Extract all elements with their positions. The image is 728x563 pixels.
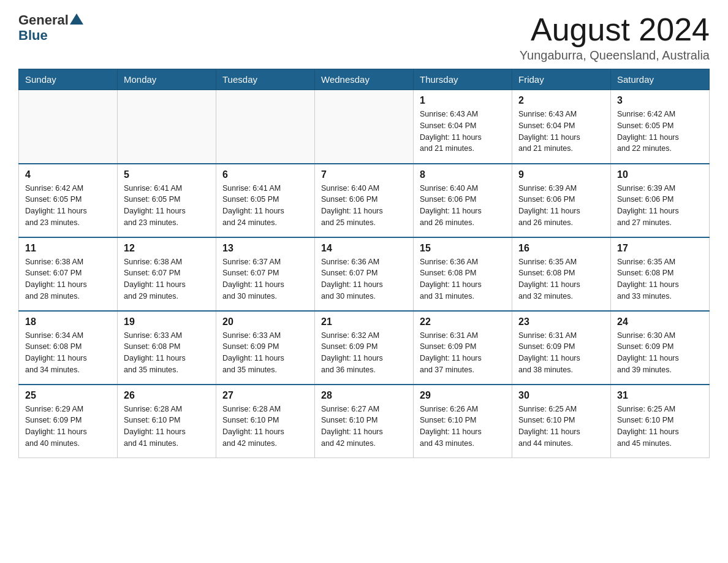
day-info: Sunrise: 6:27 AMSunset: 6:10 PMDaylight:… bbox=[321, 404, 407, 450]
day-info: Sunrise: 6:25 AMSunset: 6:10 PMDaylight:… bbox=[518, 404, 604, 450]
week-row-1: 1Sunrise: 6:43 AMSunset: 6:04 PMDaylight… bbox=[19, 90, 710, 164]
day-number: 8 bbox=[420, 169, 506, 180]
calendar-cell: 1Sunrise: 6:43 AMSunset: 6:04 PMDaylight… bbox=[414, 90, 512, 164]
day-number: 25 bbox=[25, 390, 111, 401]
day-info: Sunrise: 6:32 AMSunset: 6:09 PMDaylight:… bbox=[321, 330, 407, 376]
day-info: Sunrise: 6:31 AMSunset: 6:09 PMDaylight:… bbox=[518, 330, 604, 376]
day-info: Sunrise: 6:43 AMSunset: 6:04 PMDaylight:… bbox=[420, 109, 506, 155]
day-info: Sunrise: 6:29 AMSunset: 6:09 PMDaylight:… bbox=[25, 404, 111, 450]
day-number: 28 bbox=[321, 390, 407, 401]
calendar-cell: 30Sunrise: 6:25 AMSunset: 6:10 PMDayligh… bbox=[512, 385, 611, 458]
day-number: 22 bbox=[420, 316, 506, 327]
calendar-cell: 17Sunrise: 6:35 AMSunset: 6:08 PMDayligh… bbox=[611, 237, 710, 311]
day-number: 11 bbox=[25, 243, 111, 254]
calendar-cell: 25Sunrise: 6:29 AMSunset: 6:09 PMDayligh… bbox=[19, 385, 118, 458]
calendar-cell: 6Sunrise: 6:41 AMSunset: 6:05 PMDaylight… bbox=[216, 164, 315, 237]
day-info: Sunrise: 6:35 AMSunset: 6:08 PMDaylight:… bbox=[617, 256, 703, 302]
day-number: 30 bbox=[518, 390, 604, 401]
calendar-cell: 19Sunrise: 6:33 AMSunset: 6:08 PMDayligh… bbox=[118, 311, 216, 385]
calendar-cell: 3Sunrise: 6:42 AMSunset: 6:05 PMDaylight… bbox=[611, 90, 710, 164]
day-info: Sunrise: 6:36 AMSunset: 6:08 PMDaylight:… bbox=[420, 256, 506, 302]
logo-triangle-icon bbox=[70, 12, 83, 26]
day-info: Sunrise: 6:42 AMSunset: 6:05 PMDaylight:… bbox=[25, 183, 111, 229]
day-number: 27 bbox=[222, 390, 308, 401]
weekday-header-tuesday: Tuesday bbox=[216, 69, 315, 90]
day-info: Sunrise: 6:43 AMSunset: 6:04 PMDaylight:… bbox=[518, 109, 604, 155]
day-info: Sunrise: 6:38 AMSunset: 6:07 PMDaylight:… bbox=[124, 256, 210, 302]
calendar-cell: 9Sunrise: 6:39 AMSunset: 6:06 PMDaylight… bbox=[512, 164, 611, 237]
week-row-2: 4Sunrise: 6:42 AMSunset: 6:05 PMDaylight… bbox=[19, 164, 710, 237]
day-info: Sunrise: 6:28 AMSunset: 6:10 PMDaylight:… bbox=[222, 404, 308, 450]
day-number: 20 bbox=[222, 316, 308, 327]
day-number: 19 bbox=[124, 316, 210, 327]
day-info: Sunrise: 6:41 AMSunset: 6:05 PMDaylight:… bbox=[222, 183, 308, 229]
logo-general-text: General bbox=[18, 13, 69, 28]
calendar-cell: 16Sunrise: 6:35 AMSunset: 6:08 PMDayligh… bbox=[512, 237, 611, 311]
calendar-cell: 12Sunrise: 6:38 AMSunset: 6:07 PMDayligh… bbox=[118, 237, 216, 311]
day-number: 17 bbox=[617, 243, 703, 254]
day-number: 5 bbox=[124, 169, 210, 180]
day-info: Sunrise: 6:33 AMSunset: 6:09 PMDaylight:… bbox=[222, 330, 308, 376]
calendar-cell: 8Sunrise: 6:40 AMSunset: 6:06 PMDaylight… bbox=[414, 164, 512, 237]
day-info: Sunrise: 6:39 AMSunset: 6:06 PMDaylight:… bbox=[617, 183, 703, 229]
svg-marker-0 bbox=[70, 13, 83, 25]
day-info: Sunrise: 6:40 AMSunset: 6:06 PMDaylight:… bbox=[420, 183, 506, 229]
day-info: Sunrise: 6:39 AMSunset: 6:06 PMDaylight:… bbox=[518, 183, 604, 229]
day-number: 4 bbox=[25, 169, 111, 180]
day-info: Sunrise: 6:35 AMSunset: 6:08 PMDaylight:… bbox=[518, 256, 604, 302]
calendar-cell: 13Sunrise: 6:37 AMSunset: 6:07 PMDayligh… bbox=[216, 237, 315, 311]
logo-blue-text: Blue bbox=[18, 28, 48, 43]
calendar-cell: 7Sunrise: 6:40 AMSunset: 6:06 PMDaylight… bbox=[315, 164, 414, 237]
calendar-cell: 4Sunrise: 6:42 AMSunset: 6:05 PMDaylight… bbox=[19, 164, 118, 237]
weekday-header-sunday: Sunday bbox=[19, 69, 118, 90]
week-row-3: 11Sunrise: 6:38 AMSunset: 6:07 PMDayligh… bbox=[19, 237, 710, 311]
calendar-cell: 15Sunrise: 6:36 AMSunset: 6:08 PMDayligh… bbox=[414, 237, 512, 311]
calendar-title: August 2024 bbox=[520, 12, 710, 47]
weekday-header-friday: Friday bbox=[512, 69, 611, 90]
day-number: 15 bbox=[420, 243, 506, 254]
day-number: 21 bbox=[321, 316, 407, 327]
day-info: Sunrise: 6:26 AMSunset: 6:10 PMDaylight:… bbox=[420, 404, 506, 450]
day-number: 26 bbox=[124, 390, 210, 401]
calendar-cell: 14Sunrise: 6:36 AMSunset: 6:07 PMDayligh… bbox=[315, 237, 414, 311]
day-info: Sunrise: 6:37 AMSunset: 6:07 PMDaylight:… bbox=[222, 256, 308, 302]
calendar-cell: 28Sunrise: 6:27 AMSunset: 6:10 PMDayligh… bbox=[315, 385, 414, 458]
day-info: Sunrise: 6:25 AMSunset: 6:10 PMDaylight:… bbox=[617, 404, 703, 450]
title-block: August 2024 Yungaburra, Queensland, Aust… bbox=[520, 12, 710, 63]
calendar-cell: 31Sunrise: 6:25 AMSunset: 6:10 PMDayligh… bbox=[611, 385, 710, 458]
page-header: General Blue August 2024 Yungaburra, Que… bbox=[18, 12, 710, 63]
logo: General Blue bbox=[18, 12, 83, 43]
weekday-header-monday: Monday bbox=[118, 69, 216, 90]
calendar-cell: 20Sunrise: 6:33 AMSunset: 6:09 PMDayligh… bbox=[216, 311, 315, 385]
day-number: 13 bbox=[222, 243, 308, 254]
calendar-cell: 5Sunrise: 6:41 AMSunset: 6:05 PMDaylight… bbox=[118, 164, 216, 237]
weekday-header-wednesday: Wednesday bbox=[315, 69, 414, 90]
week-row-5: 25Sunrise: 6:29 AMSunset: 6:09 PMDayligh… bbox=[19, 385, 710, 458]
day-number: 2 bbox=[518, 95, 604, 106]
calendar-cell bbox=[216, 90, 315, 164]
day-number: 10 bbox=[617, 169, 703, 180]
day-info: Sunrise: 6:38 AMSunset: 6:07 PMDaylight:… bbox=[25, 256, 111, 302]
day-info: Sunrise: 6:30 AMSunset: 6:09 PMDaylight:… bbox=[617, 330, 703, 376]
day-number: 23 bbox=[518, 316, 604, 327]
day-number: 7 bbox=[321, 169, 407, 180]
day-number: 29 bbox=[420, 390, 506, 401]
calendar-cell: 27Sunrise: 6:28 AMSunset: 6:10 PMDayligh… bbox=[216, 385, 315, 458]
calendar-location: Yungaburra, Queensland, Australia bbox=[520, 48, 710, 63]
day-number: 3 bbox=[617, 95, 703, 106]
day-number: 18 bbox=[25, 316, 111, 327]
day-number: 12 bbox=[124, 243, 210, 254]
calendar-cell: 10Sunrise: 6:39 AMSunset: 6:06 PMDayligh… bbox=[611, 164, 710, 237]
day-number: 14 bbox=[321, 243, 407, 254]
calendar-cell: 23Sunrise: 6:31 AMSunset: 6:09 PMDayligh… bbox=[512, 311, 611, 385]
calendar-cell: 18Sunrise: 6:34 AMSunset: 6:08 PMDayligh… bbox=[19, 311, 118, 385]
day-info: Sunrise: 6:28 AMSunset: 6:10 PMDaylight:… bbox=[124, 404, 210, 450]
weekday-header-thursday: Thursday bbox=[414, 69, 512, 90]
day-info: Sunrise: 6:41 AMSunset: 6:05 PMDaylight:… bbox=[124, 183, 210, 229]
calendar-cell bbox=[19, 90, 118, 164]
calendar-cell bbox=[118, 90, 216, 164]
day-info: Sunrise: 6:34 AMSunset: 6:08 PMDaylight:… bbox=[25, 330, 111, 376]
week-row-4: 18Sunrise: 6:34 AMSunset: 6:08 PMDayligh… bbox=[19, 311, 710, 385]
day-info: Sunrise: 6:36 AMSunset: 6:07 PMDaylight:… bbox=[321, 256, 407, 302]
calendar-cell: 11Sunrise: 6:38 AMSunset: 6:07 PMDayligh… bbox=[19, 237, 118, 311]
